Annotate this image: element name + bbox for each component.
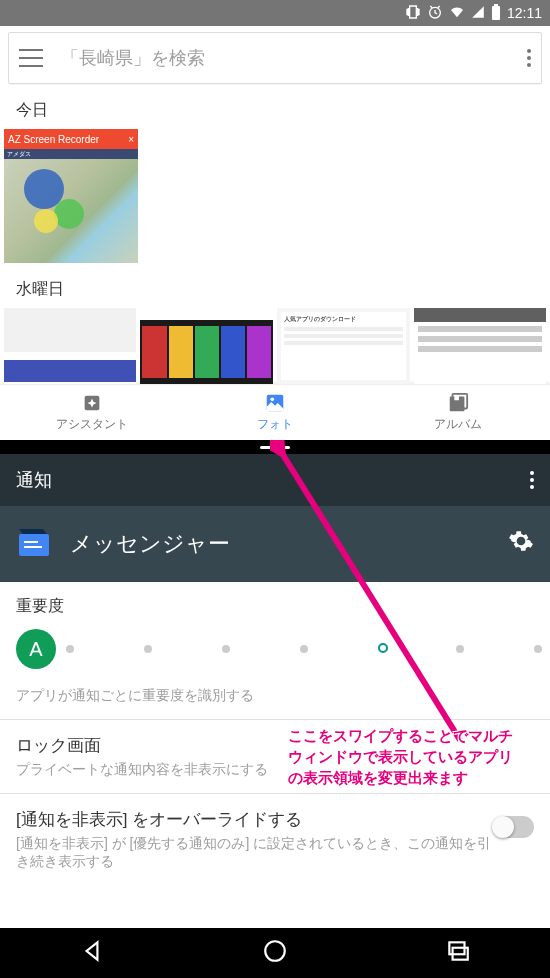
svg-rect-9 [19,534,49,556]
svg-rect-2 [494,4,498,6]
signal-icon [471,5,485,22]
wifi-icon [449,4,465,23]
status-bar: 12:11 [0,0,550,26]
svg-point-12 [265,941,285,961]
photo-thumb[interactable] [140,308,272,384]
vibrate-icon [405,4,421,23]
nav-photos[interactable]: フォト [183,385,366,440]
svg-point-5 [270,398,274,402]
override-sub: [通知を非表示] が [優先する通知のみ] に設定されているとき、この通知を引き… [16,835,494,871]
svg-line-15 [280,450,460,740]
system-nav [0,928,550,978]
battery-icon [491,4,501,23]
app-name: メッセンジャー [70,529,230,559]
photo-thumb[interactable]: AZ Screen Recorder× アメダス [4,129,138,263]
override-title: [通知を非表示] をオーバーライドする [16,808,494,831]
svg-rect-8 [455,396,460,401]
sparkle-icon [81,392,103,414]
override-section[interactable]: [通知を非表示] をオーバーライドする [通知を非表示] が [優先する通知のみ… [0,794,550,885]
annotation-arrow [270,440,490,760]
search-bar[interactable]: 「長崎県」を検索 [8,32,542,84]
svg-rect-10 [24,541,38,543]
photo-icon [264,392,286,414]
home-button[interactable] [262,938,288,968]
level-badge: A [16,629,56,669]
section-today: 今日 [16,100,550,121]
more-icon[interactable] [530,471,534,489]
photo-thumb[interactable]: 人気アプリのダウンロード [277,308,410,384]
gear-icon[interactable] [508,528,534,560]
photo-thumb[interactable] [414,308,546,384]
az-sub: アメダス [4,149,138,159]
messenger-icon [16,526,52,562]
menu-icon[interactable] [19,49,43,67]
search-placeholder: 「長崎県」を検索 [61,46,527,70]
toolbar-title: 通知 [16,468,52,492]
album-icon [447,392,469,414]
az-header: AZ Screen Recorder× [4,129,138,149]
override-switch[interactable] [494,816,534,838]
annotation-text: ここをスワイプすることでマルチ ウィンドウで表示しているアプリ の表示領域を変更… [288,725,513,788]
bottom-nav: アシスタント フォト アルバム [0,384,550,440]
back-button[interactable] [79,938,105,968]
recents-button[interactable] [445,938,471,968]
svg-rect-11 [24,546,42,548]
svg-rect-1 [492,6,500,20]
more-icon[interactable] [527,49,531,67]
nav-albums[interactable]: アルバム [367,385,550,440]
status-time: 12:11 [507,5,542,21]
nav-assistant[interactable]: アシスタント [0,385,183,440]
alarm-icon [427,4,443,23]
photo-thumb[interactable] [4,308,136,384]
section-wednesday: 水曜日 [16,279,550,300]
